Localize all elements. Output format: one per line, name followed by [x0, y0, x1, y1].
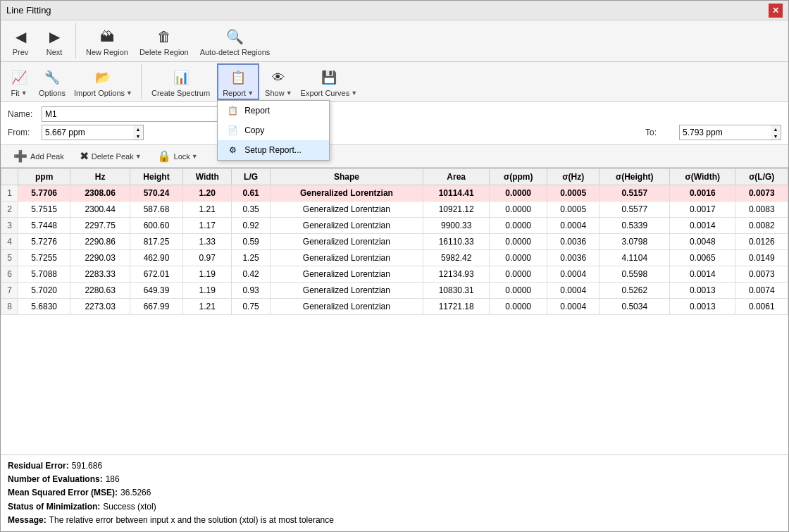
col-lg: L/G	[232, 169, 270, 185]
table-cell: 0.97	[183, 250, 232, 266]
fit-label: Fit	[11, 89, 19, 97]
report-dropdown-menu: 📋 Report 📄 Copy ⚙ Setup Report...	[217, 100, 330, 161]
toolbar-row-2: 📈 Fit ▼ 🔧 Options 📂 Import Options ▼ 📊 C…	[1, 62, 788, 102]
residual-value: 591.686	[72, 459, 102, 473]
report-menu-copy[interactable]: 📄 Copy	[218, 120, 329, 140]
options-icon: 🔧	[41, 66, 63, 89]
col-sigma-hz: σ(Hz)	[547, 169, 599, 185]
status-evaluations: Number of Evaluations: 186	[8, 473, 781, 486]
table-cell: 2290.03	[70, 250, 130, 266]
fit-arrow: ▼	[21, 89, 27, 97]
table-cell: 0.0000	[490, 299, 547, 315]
table-cell: 0.0082	[735, 218, 788, 234]
status-bar: Residual Error: 591.686 Number of Evalua…	[1, 454, 788, 531]
report-menu-setup[interactable]: ⚙ Setup Report...	[218, 140, 329, 160]
from-down-button[interactable]: ▼	[133, 132, 143, 140]
table-row[interactable]: 25.75152300.44587.681.210.35Generalized …	[1, 202, 788, 218]
table-cell: Generalized Lorentzian	[270, 250, 423, 266]
add-peak-button[interactable]: ➕ Add Peak	[8, 148, 70, 164]
table-cell: 5.7706	[18, 185, 70, 202]
table-row[interactable]: 75.70202280.63649.391.190.93Generalized …	[1, 283, 788, 299]
create-spectrum-label: Create Spectrum	[151, 89, 210, 97]
report-button[interactable]: 📋 Report ▼	[217, 63, 259, 100]
export-curves-arrow: ▼	[351, 89, 357, 97]
lock-button[interactable]: 🔒 Lock ▼	[151, 148, 204, 164]
create-spectrum-button[interactable]: 📊 Create Spectrum	[147, 65, 214, 99]
next-label: Next	[46, 48, 63, 56]
table-cell: 5982.42	[423, 250, 489, 266]
show-button[interactable]: 👁 Show ▼	[262, 65, 294, 99]
table-cell: 0.0000	[490, 250, 547, 266]
add-peak-icon: ➕	[13, 149, 27, 163]
table-row[interactable]: 35.74482297.75600.601.170.92Generalized …	[1, 218, 788, 234]
table-cell: 9900.33	[423, 218, 489, 234]
to-label: To:	[645, 128, 673, 137]
table-cell: 5.7515	[18, 202, 70, 218]
options-button[interactable]: 🔧 Options	[36, 65, 68, 99]
report-menu-report[interactable]: 📋 Report	[218, 101, 329, 120]
table-cell: 1.21	[183, 202, 232, 218]
lock-label: Lock	[174, 152, 190, 161]
table-row[interactable]: 55.72552290.03462.900.971.25Generalized …	[1, 250, 788, 266]
from-up-button[interactable]: ▲	[133, 125, 143, 132]
delete-peak-arrow: ▼	[135, 153, 142, 160]
new-region-button[interactable]: 🏔 New Region	[82, 24, 132, 58]
table-cell: 0.0004	[547, 299, 599, 315]
auto-detect-button[interactable]: 🔍 Auto-detect Regions	[196, 24, 275, 58]
table-cell: 0.0000	[490, 283, 547, 299]
to-up-button[interactable]: ▲	[771, 125, 781, 132]
table-cell: 672.01	[130, 266, 182, 283]
from-input[interactable]	[42, 125, 133, 140]
export-curves-label: Export Curves	[301, 89, 350, 97]
export-curves-button[interactable]: 💾 Export Curves ▼	[298, 65, 361, 99]
separator-1	[75, 23, 76, 58]
setup-item-icon: ⚙	[226, 144, 239, 156]
show-label: Show	[265, 89, 285, 97]
table-cell: 0.0013	[670, 299, 735, 315]
next-icon: ▶	[43, 25, 66, 48]
import-options-label: Import Options	[74, 89, 125, 97]
table-cell: Generalized Lorentzian	[270, 266, 423, 283]
table-row[interactable]: 15.77062308.06570.241.200.61Generalized …	[1, 185, 788, 202]
table-cell: 0.0000	[490, 218, 547, 234]
table-cell: 16110.33	[423, 234, 489, 250]
table-cell: 0.59	[232, 234, 270, 250]
from-spinner: ▲ ▼	[42, 125, 144, 140]
close-button[interactable]: ✕	[769, 4, 783, 18]
table-cell: 0.0073	[735, 266, 788, 283]
evaluations-value: 186	[106, 473, 120, 486]
table-cell: Generalized Lorentzian	[270, 202, 423, 218]
report-item-label: Report	[244, 106, 270, 116]
to-input[interactable]	[679, 125, 771, 140]
table-cell: 0.0126	[735, 234, 788, 250]
report-icon: 📋	[227, 66, 249, 89]
table-cell: 0.0004	[547, 218, 599, 234]
table-row[interactable]: 65.70882283.33672.011.190.42Generalized …	[1, 266, 788, 283]
import-options-icon: 📂	[92, 66, 114, 89]
table-row[interactable]: 85.68302273.03667.991.210.75Generalized …	[1, 299, 788, 315]
table-cell: 0.0014	[670, 266, 735, 283]
next-button[interactable]: ▶ Next	[39, 24, 70, 58]
table-cell: 10114.41	[423, 185, 489, 202]
prev-button[interactable]: ◀ Prev	[5, 24, 36, 58]
lock-icon: 🔒	[157, 149, 171, 163]
copy-item-label: Copy	[244, 125, 264, 135]
delete-peak-button[interactable]: ✖ Delete Peak ▼	[74, 148, 147, 164]
table-cell: Generalized Lorentzian	[270, 234, 423, 250]
table-cell: 0.0083	[735, 202, 788, 218]
table-cell: 5.6830	[18, 299, 70, 315]
delete-peak-label: Delete Peak	[92, 152, 134, 161]
to-spinner-arrows: ▲ ▼	[771, 125, 781, 140]
toolbar-row-1: ◀ Prev ▶ Next 🏔 New Region 🗑 Delete Regi…	[1, 20, 788, 62]
table-cell: 0.0000	[490, 266, 547, 283]
to-down-button[interactable]: ▼	[771, 132, 781, 140]
separator-2	[141, 64, 142, 99]
table-row[interactable]: 45.72762290.86817.251.330.59Generalized …	[1, 234, 788, 250]
delete-region-button[interactable]: 🗑 Delete Region	[135, 24, 193, 58]
import-options-button[interactable]: 📂 Import Options ▼	[71, 65, 135, 99]
table-cell: 3.0798	[599, 234, 670, 250]
table-cell: 0.0048	[670, 234, 735, 250]
table-cell: 2	[1, 202, 18, 218]
fit-button[interactable]: 📈 Fit ▼	[5, 65, 33, 99]
table-cell: 2297.75	[70, 218, 130, 234]
